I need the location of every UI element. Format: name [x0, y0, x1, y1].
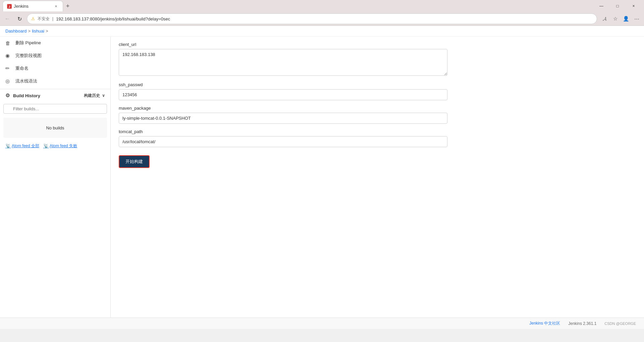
- atom-feed-all-label: Atom feed 全部: [12, 143, 39, 149]
- window-controls: — □ ×: [594, 1, 641, 11]
- start-build-button[interactable]: 开始构建: [119, 155, 150, 168]
- build-history-icon: ⚙: [5, 93, 10, 99]
- maven-package-label: maven_package: [119, 106, 636, 111]
- chevron-down-icon: ∨: [102, 93, 105, 98]
- build-history-header[interactable]: ⚙ Build History 构建历史 ∨: [0, 89, 110, 102]
- client-url-label: client_url: [119, 42, 636, 47]
- ssh-passwd-input[interactable]: [119, 89, 447, 100]
- atom-feed-fail-label: Atom feed 失败: [50, 143, 77, 149]
- maven-package-field: maven_package: [119, 106, 636, 124]
- trash-icon: 🗑: [5, 40, 12, 46]
- ssh-passwd-field: ssh_passwd: [119, 82, 636, 100]
- browser-tab[interactable]: J Jenkins ×: [3, 1, 63, 11]
- svg-text:J: J: [8, 5, 10, 8]
- atom-feed-fail-link[interactable]: 📡 Atom feed 失败: [43, 143, 77, 149]
- syntax-icon: ◎: [5, 78, 12, 84]
- page-footer: Jenkins 中文社区 Jenkins 2.361.1 CSDN @GEORG…: [0, 318, 644, 329]
- client-url-field: client_url 192.168.183.138: [119, 42, 636, 77]
- back-button[interactable]: ←: [3, 14, 12, 23]
- build-history-chinese: 构建历史: [84, 93, 100, 99]
- client-url-input[interactable]: 192.168.183.138: [119, 49, 447, 76]
- tab-favicon: J: [7, 4, 12, 9]
- content-area: 🗑 删除 Pipeline ◉ 完整阶段视图 ✏ 重命名 ◎ 流水线语法 ⚙ B…: [0, 37, 644, 318]
- refresh-button[interactable]: ↻: [15, 14, 24, 23]
- atom-fail-icon: 📡: [43, 144, 49, 149]
- tab-close-btn[interactable]: ×: [53, 4, 59, 9]
- footer-csdn: CSDN @GEORGE: [604, 322, 636, 326]
- browser-actions: 𝓐 ☆ 👤 ⋯: [600, 14, 641, 23]
- page-wrapper: Dashboard > lishuai > 🗑 删除 Pipeline ◉ 完整…: [0, 26, 644, 329]
- close-btn[interactable]: ×: [626, 1, 641, 11]
- breadcrumb-sep2: >: [46, 28, 48, 34]
- maven-package-input[interactable]: [119, 113, 447, 124]
- title-bar: J Jenkins × + — □ ×: [0, 0, 644, 12]
- new-tab-button[interactable]: +: [63, 1, 72, 11]
- reader-mode-btn[interactable]: 𝓐: [600, 14, 609, 23]
- main-content: client_url 192.168.183.138 ssh_passwd ma…: [111, 37, 644, 318]
- footer-community-link[interactable]: Jenkins 中文社区: [529, 321, 560, 326]
- build-history-label: Build History: [13, 93, 80, 98]
- favorites-btn[interactable]: ☆: [610, 14, 620, 23]
- sidebar: 🗑 删除 Pipeline ◉ 完整阶段视图 ✏ 重命名 ◎ 流水线语法 ⚙ B…: [0, 37, 111, 318]
- tomcat-path-field: tomcat_path: [119, 129, 636, 147]
- no-builds-text: No builds: [46, 125, 64, 130]
- sidebar-item-rename[interactable]: ✏ 重命名: [0, 62, 110, 75]
- submit-section: 开始构建: [119, 155, 636, 168]
- filter-builds-wrapper: 🔍: [3, 104, 107, 114]
- filter-builds-container: 🔍: [0, 102, 110, 116]
- profile-btn[interactable]: 👤: [621, 14, 631, 23]
- maximize-btn[interactable]: □: [610, 1, 625, 11]
- url-separator: |: [52, 16, 53, 21]
- breadcrumb-lishuai[interactable]: lishuai: [32, 28, 44, 34]
- sidebar-item-stage-label: 完整阶段视图: [15, 53, 42, 59]
- tab-title: Jenkins: [14, 4, 29, 9]
- sidebar-item-stage-view[interactable]: ◉ 完整阶段视图: [0, 49, 110, 62]
- breadcrumb-sep1: >: [28, 28, 31, 34]
- url-text: 192.168.183.137:8080/jenkins/job/lishuai…: [56, 16, 593, 21]
- sidebar-item-delete[interactable]: 🗑 删除 Pipeline: [0, 37, 110, 49]
- rename-icon: ✏: [5, 65, 12, 71]
- atom-all-icon: 📡: [5, 144, 11, 149]
- security-label: 不安全: [38, 16, 50, 22]
- tomcat-path-input[interactable]: [119, 136, 447, 147]
- tomcat-path-label: tomcat_path: [119, 129, 636, 134]
- sidebar-item-pipeline-syntax[interactable]: ◎ 流水线语法: [0, 75, 110, 88]
- footer-version: Jenkins 2.361.1: [568, 321, 596, 326]
- build-history-right: 构建历史 ∨: [84, 93, 105, 99]
- build-history-section: ⚙ Build History 构建历史 ∨ 🔍 No bu: [0, 89, 110, 152]
- security-icon: ⚠: [31, 16, 35, 21]
- atom-feed-all-link[interactable]: 📡 Atom feed 全部: [5, 143, 39, 149]
- breadcrumb-dashboard[interactable]: Dashboard: [5, 28, 27, 34]
- address-bar: ← ↻ ⚠ 不安全 | 192.168.183.137:8080/jenkins…: [0, 12, 644, 25]
- tab-bar: J Jenkins × +: [3, 1, 591, 11]
- minimize-btn[interactable]: —: [594, 1, 609, 11]
- more-btn[interactable]: ⋯: [632, 14, 641, 23]
- no-builds-message: No builds: [3, 118, 107, 138]
- ssh-passwd-label: ssh_passwd: [119, 82, 636, 87]
- filter-builds-input[interactable]: [3, 104, 107, 114]
- breadcrumb: Dashboard > lishuai >: [0, 26, 644, 37]
- browser-chrome: J Jenkins × + — □ × ← ↻ ⚠ 不安全 | 192.168.…: [0, 0, 644, 26]
- sidebar-item-syntax-label: 流水线语法: [15, 78, 37, 84]
- sidebar-item-rename-label: 重命名: [15, 65, 29, 71]
- sidebar-item-delete-label: 删除 Pipeline: [15, 40, 41, 46]
- url-bar[interactable]: ⚠ 不安全 | 192.168.183.137:8080/jenkins/job…: [27, 13, 597, 24]
- atom-feeds: 📡 Atom feed 全部 📡 Atom feed 失败: [0, 140, 110, 152]
- stage-view-icon: ◉: [5, 53, 12, 59]
